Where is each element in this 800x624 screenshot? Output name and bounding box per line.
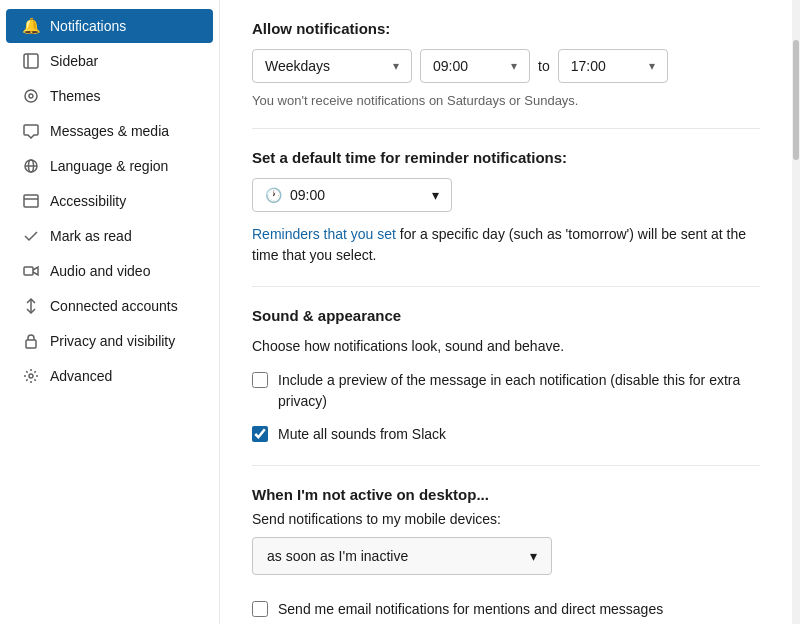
days-select[interactable]: Weekdays ▾ [252, 49, 412, 83]
chevron-down-icon: ▾ [432, 187, 439, 203]
reminder-text: Reminders that you set for a specific da… [252, 224, 760, 266]
sidebar-item-label: Accessibility [50, 193, 126, 209]
connected-accounts-icon [22, 297, 40, 315]
chevron-down-icon: ▾ [511, 59, 517, 73]
chevron-down-icon: ▾ [649, 59, 655, 73]
audio-video-icon [22, 262, 40, 280]
sidebar-item-label: Notifications [50, 18, 126, 34]
preview-checkbox[interactable] [252, 372, 268, 388]
svg-rect-11 [26, 340, 36, 348]
when-not-active-title: When I'm not active on desktop... [252, 486, 760, 503]
sidebar-item-label: Sidebar [50, 53, 98, 69]
messages-icon [22, 122, 40, 140]
clock-icon: 🕐 [265, 187, 282, 203]
scrollbar-thumb[interactable] [793, 40, 799, 160]
svg-point-12 [29, 374, 33, 378]
chevron-down-icon: ▾ [393, 59, 399, 73]
time-to-value: 17:00 [571, 58, 606, 74]
svg-rect-9 [24, 267, 33, 275]
sidebar-item-audio-video[interactable]: Audio and video [6, 254, 213, 288]
scrollbar[interactable] [792, 0, 800, 624]
inactive-value: as soon as I'm inactive [267, 548, 408, 564]
main-content: Allow notifications: Weekdays ▾ 09:00 ▾ … [220, 0, 792, 624]
divider-3 [252, 465, 760, 466]
email-checkbox[interactable] [252, 601, 268, 617]
sidebar-item-themes[interactable]: Themes [6, 79, 213, 113]
default-time-value: 09:00 [290, 187, 325, 203]
email-checkbox-row: Send me email notifications for mentions… [252, 599, 760, 620]
reminder-link[interactable]: Reminders that you set [252, 226, 396, 242]
sidebar-item-label: Messages & media [50, 123, 169, 139]
sidebar-item-label: Audio and video [50, 263, 150, 279]
sidebar-item-mark-as-read[interactable]: Mark as read [6, 219, 213, 253]
sidebar-item-label: Themes [50, 88, 101, 104]
to-label: to [538, 58, 550, 74]
chevron-down-icon: ▾ [530, 548, 537, 564]
language-icon [22, 157, 40, 175]
sidebar-item-accessibility[interactable]: Accessibility [6, 184, 213, 218]
sound-appearance-desc: Choose how notifications look, sound and… [252, 338, 760, 354]
mute-checkbox[interactable] [252, 426, 268, 442]
divider-2 [252, 286, 760, 287]
mark-read-icon [22, 227, 40, 245]
sound-appearance-title: Sound & appearance [252, 307, 760, 324]
sidebar-item-label: Language & region [50, 158, 168, 174]
notifications-icon: 🔔 [22, 17, 40, 35]
svg-rect-0 [24, 54, 38, 68]
default-reminder-label: Set a default time for reminder notifica… [252, 149, 760, 166]
notifications-info-text: You won't receive notifications on Satur… [252, 93, 760, 108]
divider-1 [252, 128, 760, 129]
default-time-select[interactable]: 🕐 09:00 ▾ [252, 178, 452, 212]
sidebar-item-connected-accounts[interactable]: Connected accounts [6, 289, 213, 323]
sidebar-item-label: Connected accounts [50, 298, 178, 314]
svg-point-2 [25, 90, 37, 102]
sidebar-item-messages-media[interactable]: Messages & media [6, 114, 213, 148]
sidebar-item-privacy-visibility[interactable]: Privacy and visibility [6, 324, 213, 358]
notifications-time-controls: Weekdays ▾ 09:00 ▾ to 17:00 ▾ [252, 49, 760, 83]
days-value: Weekdays [265, 58, 330, 74]
inactive-select[interactable]: as soon as I'm inactive ▾ [252, 537, 552, 575]
sidebar-icon [22, 52, 40, 70]
sidebar: 🔔 Notifications Sidebar Themes Messages … [0, 0, 220, 624]
preview-checkbox-label: Include a preview of the message in each… [278, 370, 760, 412]
sidebar-item-language-region[interactable]: Language & region [6, 149, 213, 183]
themes-icon [22, 87, 40, 105]
time-from-value: 09:00 [433, 58, 468, 74]
sidebar-item-notifications[interactable]: 🔔 Notifications [6, 9, 213, 43]
accessibility-icon [22, 192, 40, 210]
sidebar-item-advanced[interactable]: Advanced [6, 359, 213, 393]
advanced-icon [22, 367, 40, 385]
mute-checkbox-label: Mute all sounds from Slack [278, 424, 446, 445]
sound-appearance-section: Sound & appearance Choose how notificati… [252, 307, 760, 445]
privacy-icon [22, 332, 40, 350]
time-select-left: 🕐 09:00 [265, 187, 325, 203]
sidebar-item-sidebar[interactable]: Sidebar [6, 44, 213, 78]
sidebar-item-label: Privacy and visibility [50, 333, 175, 349]
allow-notifications-section: Allow notifications: Weekdays ▾ 09:00 ▾ … [252, 20, 760, 108]
svg-rect-7 [24, 195, 38, 207]
default-reminder-section: Set a default time for reminder notifica… [252, 149, 760, 266]
when-not-active-section: When I'm not active on desktop... Send n… [252, 486, 760, 620]
allow-notifications-label: Allow notifications: [252, 20, 760, 37]
sidebar-item-label: Mark as read [50, 228, 132, 244]
email-checkbox-label: Send me email notifications for mentions… [278, 599, 663, 620]
send-notifications-label: Send notifications to my mobile devices: [252, 511, 760, 527]
mute-checkbox-row: Mute all sounds from Slack [252, 424, 760, 445]
sidebar-item-label: Advanced [50, 368, 112, 384]
svg-point-3 [29, 94, 33, 98]
preview-checkbox-row: Include a preview of the message in each… [252, 370, 760, 412]
time-to-select[interactable]: 17:00 ▾ [558, 49, 668, 83]
time-from-select[interactable]: 09:00 ▾ [420, 49, 530, 83]
